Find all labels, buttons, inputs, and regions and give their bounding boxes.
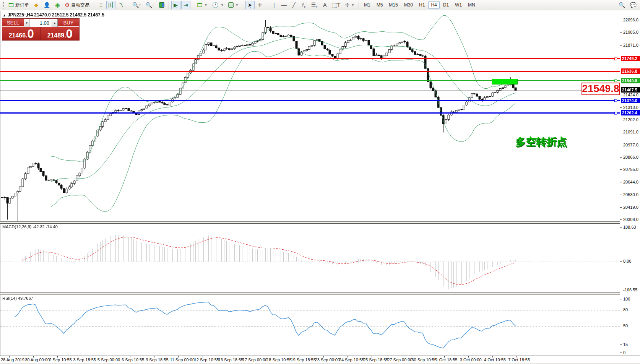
- volume-increase-button[interactable]: ▲: [52, 19, 57, 27]
- timeframe-m15-button[interactable]: M15: [386, 1, 400, 9]
- timeframe-h1-button[interactable]: H1: [416, 1, 427, 9]
- price-tick: [620, 353, 622, 353]
- price-tick-label: 0.00: [623, 259, 631, 263]
- zoom-out-button[interactable]: 🔍−: [144, 1, 156, 9]
- chart-shift-icon: ⇥: [184, 2, 188, 8]
- price-tick: [620, 20, 622, 20]
- time-tick: [299, 356, 299, 358]
- time-axis[interactable]: 28 Aug 201930 Aug 00:002 Sep 10:553 Sep …: [0, 356, 640, 363]
- chevron-down-icon: ▼: [236, 3, 239, 7]
- chart-shift-button[interactable]: ⇥: [181, 1, 190, 9]
- time-tick: [492, 356, 493, 358]
- auto-scroll-button[interactable]: ▶̲: [171, 1, 180, 9]
- macd-canvas[interactable]: [0, 224, 620, 292]
- time-tick: [33, 356, 34, 358]
- cursor-tool-button[interactable]: ➤̖: [245, 1, 255, 9]
- volume-decrease-button[interactable]: ▼: [24, 19, 30, 27]
- crosshair-tool-button[interactable]: ✛: [255, 1, 265, 9]
- price-tick: [620, 219, 622, 220]
- line-handle[interactable]: [614, 57, 617, 60]
- chat-icon: 💬: [630, 2, 637, 8]
- mt4-application: 🗔 新订单 ◆ 👤 ◉ ⚙ 自动交易 ⌶ 〣 〽 🔍+ 🔍− ▶̲ ⇥ 🗔▼: [0, 0, 640, 364]
- time-tick: [227, 356, 227, 358]
- candlestick-chart-button[interactable]: 〣: [106, 1, 115, 9]
- candlestick-icon: 〣: [108, 2, 114, 8]
- line-chart-button[interactable]: 〽: [116, 1, 125, 9]
- text-label-button[interactable]: ⬚T: [330, 1, 343, 9]
- price-tick: [620, 182, 622, 182]
- arrows-icon: ✢: [345, 2, 349, 8]
- timeframe-w1-button[interactable]: W1: [452, 1, 465, 9]
- horizontal-line-object[interactable]: [0, 112, 620, 114]
- price-tick: [620, 169, 622, 170]
- time-tick: [420, 356, 420, 358]
- line-handle[interactable]: [614, 80, 617, 82]
- turning-point-annotation[interactable]: 多空转折点: [515, 135, 567, 149]
- timeframe-h4-button[interactable]: H4: [428, 1, 439, 9]
- time-tick: [396, 356, 396, 358]
- time-tick: [251, 356, 251, 358]
- timeframe-m5-button[interactable]: M5: [374, 1, 386, 9]
- timeframe-mn-button[interactable]: MN: [465, 1, 478, 9]
- sell-price[interactable]: 21466.0: [2, 27, 41, 40]
- indicators-icon: [228, 2, 234, 8]
- main-chart-canvas[interactable]: [0, 11, 620, 221]
- bar-chart-button[interactable]: ⌶: [96, 1, 106, 9]
- signal-icon: ◉: [55, 2, 60, 8]
- time-tick: [323, 356, 324, 358]
- price-tick: [620, 145, 622, 145]
- horizontal-line-object[interactable]: [0, 80, 620, 81]
- price-tick-label: 20866.0: [623, 155, 638, 159]
- community-button[interactable]: 👤: [42, 1, 52, 9]
- new-order-button[interactable]: 🗔 新订单: [6, 1, 31, 9]
- trendline-button[interactable]: ╱: [289, 1, 299, 9]
- timeframe-m30-button[interactable]: M30: [401, 1, 416, 9]
- symbol-triangle-icon: ▲: [3, 13, 6, 17]
- tile-windows-button[interactable]: [157, 1, 166, 9]
- chevron-down-icon: ▼: [351, 3, 354, 7]
- autotrading-button[interactable]: ⚙ 自动交易: [63, 1, 91, 9]
- macd-panel: MACD(12,26,9) -42.32 -74.40: [0, 223, 620, 293]
- horizontal-line-object[interactable]: [0, 71, 620, 72]
- horizontal-line-object[interactable]: [0, 100, 620, 101]
- horizontal-line-object[interactable]: [0, 58, 620, 59]
- channel-button[interactable]: ⫽E: [299, 1, 309, 9]
- time-axis-label: 5 Sep 00:00: [97, 358, 120, 362]
- autotrading-icon: ⚙: [65, 2, 70, 8]
- price-tick: [620, 95, 622, 95]
- time-axis-label: 27 Sep 00:00: [387, 358, 412, 362]
- metaeditor-icon: ◆: [34, 2, 39, 8]
- price-axis[interactable]: 22096.021985.021871.021424.021313.021202…: [620, 11, 640, 355]
- green-zone-rectangle[interactable]: [492, 79, 518, 84]
- line-handle[interactable]: [614, 99, 617, 102]
- timeframe-m1-button[interactable]: M1: [361, 1, 373, 9]
- signals-button[interactable]: ◉: [53, 1, 62, 9]
- big-price-annotation[interactable]: 21549.8: [582, 83, 620, 95]
- price-tick-label: 15: [623, 343, 628, 347]
- new-chart-dropdown[interactable]: 🗔▼: [195, 1, 210, 9]
- search-button[interactable]: 🔍: [617, 1, 627, 9]
- indicators-dropdown[interactable]: ▼: [226, 1, 240, 9]
- price-tick-label: 21313.0: [623, 106, 638, 110]
- horizontal-line-button[interactable]: —: [279, 1, 289, 9]
- buy-price[interactable]: 21489.0: [41, 27, 80, 40]
- line-handle[interactable]: [614, 112, 617, 114]
- zoom-in-button[interactable]: 🔍+: [130, 1, 143, 9]
- price-tick-label: 21202.0: [623, 118, 638, 122]
- sell-price-main: 21466.: [9, 32, 28, 39]
- arrows-dropdown[interactable]: ✢▼: [343, 1, 356, 9]
- volume-input[interactable]: 1.00: [30, 19, 52, 27]
- timeframe-d1-button[interactable]: D1: [440, 1, 452, 9]
- profiles-dropdown[interactable]: 🕐▼: [210, 1, 225, 9]
- metaeditor-button[interactable]: ◆: [32, 1, 41, 9]
- auto-scroll-icon: ▶̲: [174, 2, 178, 8]
- toolbar-drag-handle[interactable]: [3, 2, 5, 8]
- buy-button[interactable]: BUY: [58, 19, 79, 27]
- rsi-canvas[interactable]: [0, 295, 620, 356]
- time-tick: [468, 356, 469, 358]
- chat-button[interactable]: 💬: [628, 1, 638, 9]
- text-tool-button[interactable]: A: [320, 1, 330, 9]
- sell-button[interactable]: SELL: [2, 19, 24, 27]
- vertical-line-button[interactable]: |: [270, 1, 279, 9]
- fibonacci-button[interactable]: ☰F: [309, 1, 320, 9]
